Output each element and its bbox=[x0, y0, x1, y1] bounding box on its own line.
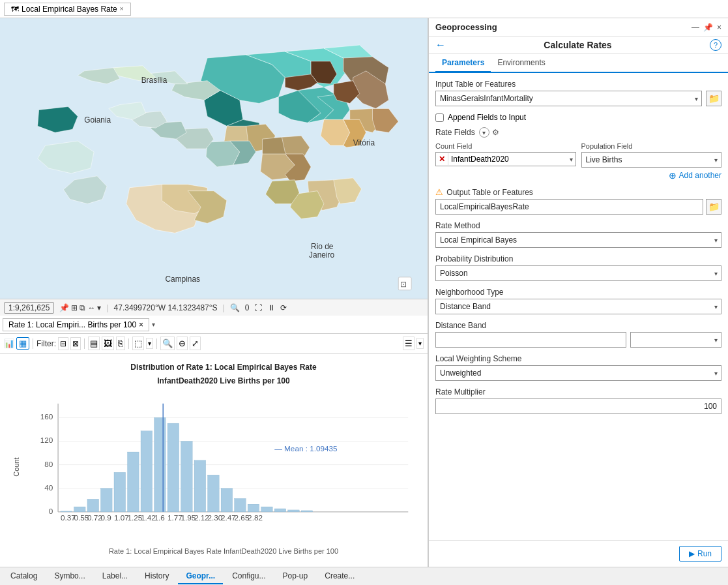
svg-rect-74 bbox=[181, 441, 193, 511]
tab-symbology[interactable]: Symbo... bbox=[46, 569, 93, 584]
tab-create[interactable]: Create... bbox=[317, 569, 362, 584]
svg-text:1.07: 1.07 bbox=[114, 513, 129, 521]
neighborhood-type-label: Neighborhood Type bbox=[435, 288, 721, 297]
tab-catalog[interactable]: Catalog bbox=[3, 569, 45, 584]
distance-band-label: Distance Band bbox=[435, 321, 721, 330]
refresh-icon[interactable]: ⟳ bbox=[280, 303, 287, 312]
zoom-out-icon[interactable]: ⊖ bbox=[177, 337, 188, 350]
output-table-folder-btn[interactable]: 📁 bbox=[706, 199, 721, 215]
svg-rect-67 bbox=[87, 499, 99, 512]
zoom-in-icon[interactable]: 🔍 bbox=[160, 337, 175, 350]
svg-text:Rio de: Rio de bbox=[311, 242, 334, 251]
rate-fields-header: Rate Fields ▾ ⚙ bbox=[435, 127, 721, 138]
list-icon[interactable]: ☰ bbox=[403, 337, 415, 350]
chevron-down-icon2[interactable]: ▾ bbox=[146, 338, 153, 349]
neighborhood-type-select[interactable]: Distance Band bbox=[435, 299, 721, 314]
input-table-select[interactable]: MinasGeraisInfantMortality bbox=[435, 91, 702, 106]
filter-icon1[interactable]: ⊟ bbox=[58, 337, 68, 350]
svg-rect-77 bbox=[221, 488, 233, 511]
svg-rect-81 bbox=[274, 509, 286, 512]
chart-tab[interactable]: Rate 1: Local Empiri... Births per 100 × bbox=[3, 318, 149, 331]
chart-footer: Rate 1: Local Empirical Bayes Rate Infan… bbox=[33, 547, 415, 555]
top-bar: 🗺 Local Empirical Bayes Rate × bbox=[0, 0, 728, 18]
geo-panel-header: Geoprocessing — 📌 × bbox=[429, 18, 728, 37]
layers-icon[interactable]: ⧉ bbox=[80, 303, 85, 312]
svg-rect-66 bbox=[74, 507, 85, 512]
input-table-folder-btn[interactable]: 📁 bbox=[706, 91, 721, 106]
svg-rect-68 bbox=[101, 488, 113, 511]
prob-dist-select-wrapper: Poisson bbox=[435, 265, 721, 281]
population-field-wrapper: Live Births bbox=[581, 152, 722, 168]
svg-text:Campinas: Campinas bbox=[165, 275, 200, 284]
toolbar-chevron-down[interactable]: ▾ bbox=[152, 321, 155, 328]
tab-popup[interactable]: Pop-up bbox=[275, 569, 316, 584]
map-scale[interactable]: 1:9,261,625 bbox=[4, 302, 54, 314]
minimize-icon[interactable]: — bbox=[692, 23, 699, 32]
pause-icon[interactable]: ⏸ bbox=[267, 303, 275, 312]
rate-multiplier-input[interactable] bbox=[435, 398, 721, 414]
tab-history[interactable]: History bbox=[137, 569, 177, 584]
chart-icon: 📊 bbox=[4, 338, 14, 348]
geo-header-icons: — 📌 × bbox=[692, 23, 721, 32]
rate-method-select[interactable]: Local Empirical Bayes bbox=[435, 232, 721, 248]
neighborhood-type-select-wrapper: Distance Band bbox=[435, 299, 721, 314]
fit-icon[interactable]: ⤢ bbox=[190, 337, 201, 350]
copy-icon[interactable]: ⎘ bbox=[116, 337, 125, 350]
distance-band-unit-select[interactable]: Meters Kilometers Miles bbox=[630, 332, 721, 348]
population-field-select[interactable]: Live Births bbox=[581, 152, 722, 168]
count-field-select[interactable]: InfantDeath2020 bbox=[448, 153, 567, 166]
tab-configure[interactable]: Configu... bbox=[224, 569, 273, 584]
fullscreen-icon[interactable]: ⛶ bbox=[254, 303, 262, 312]
output-table-input[interactable] bbox=[435, 199, 703, 215]
rate-method-select-wrapper: Local Empirical Bayes bbox=[435, 232, 721, 248]
map-tab-close[interactable]: × bbox=[120, 5, 124, 12]
table-icon[interactable]: ▤ bbox=[88, 337, 100, 350]
chevron-down-icon[interactable]: ▾ bbox=[97, 303, 101, 312]
arrow-icon[interactable]: ↔ bbox=[87, 303, 95, 312]
count-field-remove-btn[interactable]: ✕ bbox=[436, 153, 448, 165]
pin-icon2[interactable]: 📌 bbox=[703, 23, 713, 32]
grid-icon[interactable]: ⊞ bbox=[71, 303, 78, 312]
tab-labeling[interactable]: Label... bbox=[95, 569, 136, 584]
distance-band-group: Distance Band Meters Kilometers Miles bbox=[435, 321, 721, 348]
chart-tab-close[interactable]: × bbox=[139, 320, 143, 329]
svg-text:1.77: 1.77 bbox=[167, 513, 182, 521]
close-icon[interactable]: × bbox=[717, 23, 721, 32]
add-another-row[interactable]: ⊕ Add another bbox=[435, 170, 721, 181]
tab-geoprocessing[interactable]: Geopr... bbox=[178, 569, 223, 584]
chart-container: Count 0 40 80 120 160 bbox=[33, 390, 415, 545]
rate-fields-label: Rate Fields bbox=[435, 128, 475, 137]
output-table-row: 📁 bbox=[435, 199, 721, 215]
svg-text:2.47: 2.47 bbox=[221, 513, 236, 521]
filter-icon2[interactable]: ⊠ bbox=[70, 337, 81, 350]
back-icon[interactable]: ← bbox=[435, 39, 446, 51]
rate-fields-collapse-icon[interactable]: ▾ bbox=[479, 127, 489, 138]
neighborhood-type-group: Neighborhood Type Distance Band bbox=[435, 288, 721, 314]
svg-text:Janeiro: Janeiro bbox=[309, 250, 334, 260]
bar-chart-icon[interactable]: ▦ bbox=[16, 337, 29, 350]
svg-text:— Mean : 1.09435: — Mean : 1.09435 bbox=[274, 444, 338, 453]
tab-parameters[interactable]: Parameters bbox=[435, 54, 491, 73]
map-tab[interactable]: 🗺 Local Empirical Bayes Rate × bbox=[4, 3, 131, 16]
svg-text:2.82: 2.82 bbox=[248, 513, 263, 521]
select-icon[interactable]: ⬚ bbox=[132, 337, 144, 350]
distance-band-input[interactable] bbox=[435, 332, 626, 348]
help-icon[interactable]: ? bbox=[710, 39, 721, 51]
run-button[interactable]: ▶ Run bbox=[679, 546, 721, 562]
prob-dist-group: Probability Distribution Poisson bbox=[435, 254, 721, 281]
chart-tools: 📊 ▦ Filter: ⊟ ⊠ ▤ 🖼 ⎘ ⬚ ▾ 🔍 ⊖ ⤢ ☰ ▾ bbox=[0, 334, 428, 353]
prob-dist-select[interactable]: Poisson bbox=[435, 265, 721, 281]
image-icon[interactable]: 🖼 bbox=[102, 337, 114, 350]
list-chevron-icon[interactable]: ▾ bbox=[416, 338, 424, 349]
run-icon: ▶ bbox=[689, 549, 695, 558]
geo-nav: ← Calculate Rates ? bbox=[429, 37, 728, 54]
local-weighting-select[interactable]: Unweighted bbox=[435, 365, 721, 381]
append-fields-checkbox[interactable] bbox=[435, 113, 444, 122]
pin-icon[interactable]: 📌 bbox=[59, 303, 69, 312]
rate-fields-group: Rate Fields ▾ ⚙ Count Field Population F… bbox=[435, 127, 721, 181]
rate-fields-settings-icon[interactable]: ⚙ bbox=[492, 128, 499, 137]
svg-rect-78 bbox=[235, 498, 246, 512]
count-field-chevron[interactable]: ▾ bbox=[567, 155, 575, 164]
tab-environments[interactable]: Environments bbox=[491, 54, 551, 73]
rate-cols-header: Count Field Population Field bbox=[435, 142, 721, 151]
